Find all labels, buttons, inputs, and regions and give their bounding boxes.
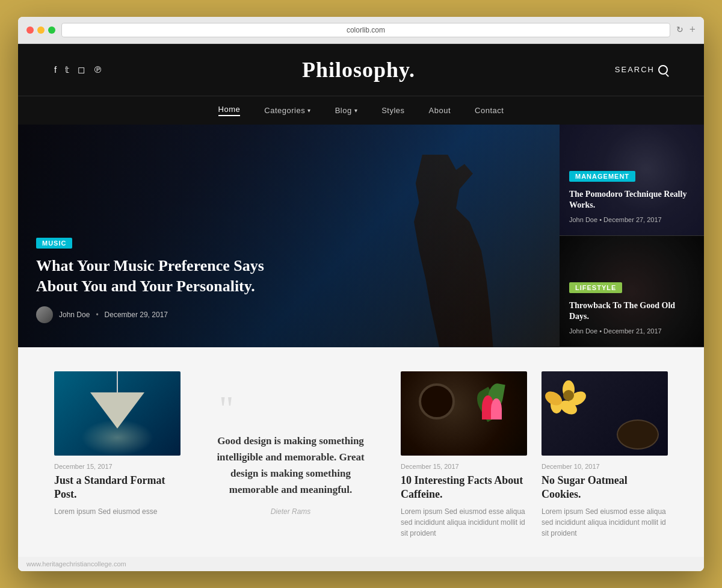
sidebar-post-2-title: Throwback To The Good Old Days.: [569, 300, 694, 322]
lamp-image: [54, 371, 180, 456]
browser-window: colorlib.com ↻ + f 𝕥 ◻ ℗ Philosophy. SEA…: [18, 17, 704, 572]
sidebar-post-1-content: MANAGEMENT The Pomodoro Technique Really…: [569, 170, 694, 223]
lower-section: December 15, 2017 Just a Standard Format…: [18, 347, 704, 557]
card-coffee-post[interactable]: December 15, 2017 10 Interesting Facts A…: [401, 371, 527, 539]
browser-chrome: colorlib.com ↻ +: [18, 17, 704, 44]
card-lamp-post[interactable]: December 15, 2017 Just a Standard Format…: [54, 371, 180, 539]
sidebar-post-1-title: The Pomodoro Technique Really Works.: [569, 189, 694, 211]
chevron-down-icon: ▾: [307, 107, 311, 114]
hero-section: MUSIC What Your Music Preference Says Ab…: [18, 125, 704, 347]
card-4-date: December 10, 2017: [542, 463, 668, 470]
flowers-image: [542, 371, 668, 456]
sidebar-post-1-author: John Doe: [569, 216, 597, 223]
sidebar-post-2[interactable]: LIFESTYLE Throwback To The Good Old Days…: [560, 236, 704, 347]
quote-author: Dieter Rams: [271, 507, 311, 516]
chevron-down-icon: ▾: [354, 107, 358, 114]
twitter-icon[interactable]: 𝕥: [65, 64, 69, 75]
search-button[interactable]: SEARCH: [615, 65, 668, 75]
hero-title: What Your Music Preference Says About Yo…: [36, 256, 265, 297]
hero-main-post[interactable]: MUSIC What Your Music Preference Says Ab…: [18, 125, 560, 347]
browser-dots: [26, 26, 55, 34]
nav-styles-label: Styles: [381, 106, 404, 115]
nav-contact-label: Contact: [475, 106, 504, 115]
site-header: f 𝕥 ◻ ℗ Philosophy. SEARCH: [18, 44, 704, 96]
footer-url: www.heritagechristiancollege.com: [18, 557, 704, 571]
sidebar-tag-management[interactable]: MANAGEMENT: [569, 171, 635, 182]
hero-content: MUSIC What Your Music Preference Says Ab…: [36, 237, 560, 323]
instagram-icon[interactable]: ◻: [78, 64, 85, 75]
sidebar-tag-lifestyle[interactable]: LIFESTYLE: [569, 282, 622, 293]
card-3-date: December 15, 2017: [401, 463, 527, 470]
address-bar[interactable]: colorlib.com: [61, 23, 670, 37]
lamp-glow: [81, 419, 153, 456]
hero-date: December 29, 2017: [105, 311, 168, 319]
url-text: colorlib.com: [347, 26, 385, 34]
social-icons: f 𝕥 ◻ ℗: [54, 64, 102, 75]
card-cookies-post[interactable]: December 10, 2017 No Sugar Oatmeal Cooki…: [542, 371, 668, 539]
tulip-leaves: [467, 377, 515, 438]
flower-yellow: [548, 380, 590, 416]
nav-item-categories[interactable]: Categories ▾: [264, 105, 310, 116]
nav-home-label: Home: [218, 105, 241, 114]
sidebar-post-1-meta: John Doe • December 27, 2017: [569, 216, 694, 223]
nav-item-home[interactable]: Home: [218, 105, 241, 116]
hero-meta: John Doe • December 29, 2017: [36, 306, 560, 323]
nav-about-label: About: [429, 106, 451, 115]
nav-blog-label: Blog: [335, 106, 352, 115]
search-label: SEARCH: [615, 65, 655, 74]
avatar: [36, 306, 53, 323]
close-button[interactable]: [26, 26, 34, 34]
sidebar-post-1-date: December 27, 2017: [603, 216, 662, 223]
footer-url-text: www.heritagechristiancollege.com: [26, 560, 126, 568]
coffee-image: [401, 371, 527, 456]
card-1-date: December 15, 2017: [54, 463, 180, 470]
hero-author: John Doe: [59, 311, 90, 319]
quote-text: Good design is making something intellig…: [207, 433, 374, 498]
flower-center: [563, 390, 574, 401]
nav-item-about[interactable]: About: [429, 105, 451, 116]
site-nav: Home Categories ▾ Blog ▾ Styles About Co…: [18, 96, 704, 125]
coffee-cup: [419, 383, 455, 419]
posts-grid: December 15, 2017 Just a Standard Format…: [54, 371, 668, 539]
nav-item-styles[interactable]: Styles: [381, 105, 404, 116]
quote-marks: ": [219, 394, 234, 423]
nav-item-contact[interactable]: Contact: [475, 105, 504, 116]
card-4-excerpt: Lorem ipsum Sed eiusmod esse aliqua sed …: [542, 506, 668, 539]
sidebar-post-2-meta: John Doe • December 21, 2017: [569, 327, 694, 335]
sidebar-post-2-content: LIFESTYLE Throwback To The Good Old Days…: [569, 282, 694, 334]
site-title: Philosophy.: [302, 57, 415, 82]
card-3-title: 10 Interesting Facts About Caffeine.: [401, 474, 527, 502]
hero-sidebar: MANAGEMENT The Pomodoro Technique Really…: [560, 125, 704, 347]
dot-separator: •: [96, 311, 98, 319]
reload-button[interactable]: ↻: [676, 25, 683, 35]
search-icon: [658, 65, 668, 75]
sidebar-post-2-author: John Doe: [569, 327, 597, 335]
maximize-button[interactable]: [48, 26, 55, 34]
pinterest-icon[interactable]: ℗: [93, 64, 102, 75]
nav-categories-label: Categories: [264, 106, 305, 115]
card-4-title: No Sugar Oatmeal Cookies.: [542, 474, 668, 502]
card-quote: " Good design is making something intell…: [195, 371, 386, 539]
cookie-plate: [617, 419, 659, 450]
new-tab-button[interactable]: +: [690, 23, 696, 36]
nav-item-blog[interactable]: Blog ▾: [335, 105, 358, 116]
sidebar-post-2-date: December 21, 2017: [603, 327, 662, 335]
lamp-cord: [117, 371, 118, 395]
hero-tag-badge[interactable]: MUSIC: [36, 238, 72, 249]
leaf-4: [491, 398, 502, 419]
card-1-excerpt: Lorem ipsum Sed eiusmod esse: [54, 506, 180, 517]
facebook-icon[interactable]: f: [54, 64, 57, 75]
card-3-excerpt: Lorem ipsum Sed eiusmod esse aliqua sed …: [401, 506, 527, 539]
card-1-title: Just a Standard Format Post.: [54, 474, 180, 502]
minimize-button[interactable]: [37, 26, 45, 34]
sidebar-post-1[interactable]: MANAGEMENT The Pomodoro Technique Really…: [560, 125, 704, 236]
